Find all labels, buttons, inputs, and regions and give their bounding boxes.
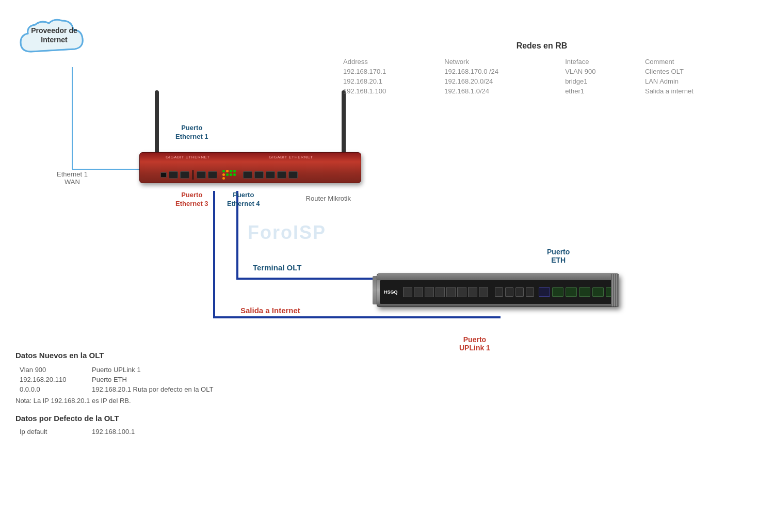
router-name: Router Mikrotik (306, 195, 351, 202)
port-ethernet3-label: PuertoEthernet 3 (175, 191, 208, 208)
data-key-1-1: Vlan 900 (15, 365, 88, 375)
olt-uplink-3 (566, 287, 577, 297)
data-val-1-3: 192.168.20.1 Ruta por defecto en la OLT (88, 384, 217, 394)
data-val-2-1: 192.168.100.1 (88, 427, 139, 437)
olt-rj45-3 (515, 287, 524, 297)
olt-rj45-group (495, 287, 534, 297)
data-row: 192.168.20.110 Puerto ETH (15, 375, 217, 384)
interface-1: VLAN 900 (557, 67, 637, 76)
router-antenna-left (155, 90, 159, 152)
router-port-9 (288, 171, 298, 179)
olt-sfp-3 (425, 287, 434, 297)
data-table-1: Vlan 900 Puerto UPLink 1 192.168.20.110 … (15, 365, 217, 394)
data-key-2-1: Ip default (15, 427, 88, 437)
olt-brand-label: HSGQ (384, 289, 398, 295)
salida-internet-label: Salida a Internet (240, 306, 300, 315)
port-ethernet1-label: Puerto Ethernet 1 (175, 124, 208, 141)
olt-uplink-4 (579, 287, 590, 297)
watermark: ForoISP (248, 222, 326, 244)
olt-sfp-2 (414, 287, 423, 297)
olt-panel: HSGQ (380, 280, 616, 304)
table-row: 192.168.1.100 192.168.1.0/24 ether1 Sali… (335, 86, 748, 96)
data-row: Ip default 192.168.100.1 (15, 427, 139, 437)
comment-3: Salida a internet (637, 86, 748, 96)
olt-rj45-4 (526, 287, 534, 297)
router-port-3 (197, 171, 206, 179)
olt-rj45-1 (495, 287, 503, 297)
comment-2: LAN Admin (637, 76, 748, 86)
data-val-1-1: Puerto UPLink 1 (88, 365, 217, 375)
olt-sfp-1 (403, 287, 412, 297)
address-1: 192.168.170.1 (335, 67, 437, 76)
data-row: 0.0.0.0 192.168.20.1 Ruta por defecto en… (15, 384, 217, 394)
olt-sfp-5 (446, 287, 456, 297)
router-body: GIGABIT ETHERNET GIGABIT ETHERNET (139, 152, 361, 183)
olt-uplink-2 (552, 287, 563, 297)
olt-sfp-6 (457, 287, 466, 297)
router-leds (222, 170, 238, 180)
olt-rj45-2 (505, 287, 513, 297)
router-port-1 (169, 171, 178, 179)
data-key-1-2: 192.168.20.110 (15, 375, 88, 384)
comment-1: Clientes OLT (637, 67, 748, 76)
router-ports (160, 170, 298, 180)
col-header-address: Address (335, 57, 437, 67)
router-port-5 (243, 171, 252, 179)
router-port-6 (254, 171, 264, 179)
olt-uplink-5 (592, 287, 604, 297)
olt-sfp-group (403, 287, 488, 297)
bottom-data: Datos Nuevos en la OLT Vlan 900 Puerto U… (15, 351, 351, 439)
eth1-wan-label: Ethernet 1 WAN (57, 170, 88, 186)
interface-2: bridge1 (557, 76, 637, 86)
router-port-2 (180, 171, 189, 179)
section1-title: Datos Nuevos en la OLT (15, 351, 351, 360)
olt-sfp-7 (468, 287, 477, 297)
col-header-comment: Comment (637, 57, 748, 67)
data-key-1-3: 0.0.0.0 (15, 384, 88, 394)
data-row: Vlan 900 Puerto UPLink 1 (15, 365, 217, 375)
network-table: Address Network Inteface Comment 192.168… (335, 57, 748, 96)
address-2: 192.168.20.1 (335, 76, 437, 86)
data-note: Nota: La IP 192.168.20.1 es IP del RB. (15, 397, 351, 405)
data-val-1-2: Puerto ETH (88, 375, 217, 384)
router-port-7 (266, 171, 275, 179)
table-row: 192.168.170.1 192.168.170.0 /24 VLAN 900… (335, 67, 748, 76)
router-device: GIGABIT ETHERNET GIGABIT ETHERNET Router… (139, 152, 361, 191)
olt-side (373, 276, 377, 304)
router-usb-port (160, 172, 167, 178)
olt-sfp-4 (436, 287, 445, 297)
section2-title: Datos por Defecto de la OLT (15, 414, 351, 423)
address-3: 192.168.1.100 (335, 86, 437, 96)
olt-sfp-8 (479, 287, 488, 297)
network-table-section: Redes en RB Address Network Inteface Com… (335, 41, 748, 96)
network-1: 192.168.170.0 /24 (437, 67, 557, 76)
network-2: 192.168.20.0/24 (437, 76, 557, 86)
olt-device: HSGQ (377, 273, 619, 315)
olt-top-strip (377, 274, 619, 280)
port-eth-label: Puerto ETH (547, 248, 570, 264)
olt-body: HSGQ (377, 273, 619, 307)
cloud-label: Proveedor de Internet (15, 26, 93, 44)
port-uplink-label: Puerto UPLink 1 (459, 335, 490, 352)
router-port-4 (208, 171, 217, 179)
cloud-container: Proveedor de Internet (15, 15, 93, 72)
network-3: 192.168.1.0/24 (437, 86, 557, 96)
port-ethernet4-label: PuertoEthernet 4 (227, 191, 260, 208)
table-row: 192.168.20.1 192.168.20.0/24 bridge1 LAN… (335, 76, 748, 86)
col-header-interface: Inteface (557, 57, 637, 67)
terminal-olt-label: Terminal OLT (253, 263, 301, 272)
router-port-8 (277, 171, 286, 179)
interface-3: ether1 (557, 86, 637, 96)
col-header-network: Network (437, 57, 557, 67)
data-table-2: Ip default 192.168.100.1 (15, 427, 139, 437)
olt-uplink-1 (539, 287, 550, 297)
network-table-title: Redes en RB (335, 41, 748, 51)
olt-uplink-group (539, 287, 619, 297)
router-antenna-right (342, 90, 346, 152)
